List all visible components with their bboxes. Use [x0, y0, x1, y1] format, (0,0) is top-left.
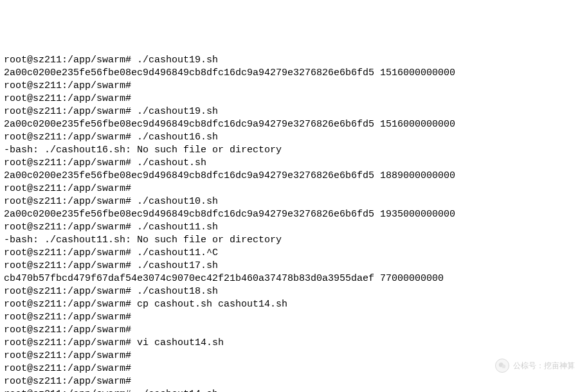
terminal-command-line: root@sz211:/app/swarm# ./cashout.sh [4, 157, 576, 170]
terminal-command-line: root@sz211:/app/swarm# ./cashout17.sh [4, 260, 576, 272]
terminal-command-line: root@sz211:/app/swarm# vi cashout14.sh [4, 337, 576, 350]
terminal-output-line: 2a00c0200e235fe56fbe08ec9d496849cb8dfc16… [4, 118, 576, 131]
terminal-command-line: root@sz211:/app/swarm# ./cashout11.^C [4, 247, 576, 260]
terminal-command-line: root@sz211:/app/swarm# [4, 311, 576, 324]
terminal-output-line: 2a00c0200e235fe56fbe08ec9d496849cb8dfc16… [4, 67, 576, 80]
terminal-output-line: -bash: ./cashout16.sh: No such file or d… [4, 144, 576, 157]
terminal-command-line: root@sz211:/app/swarm# ./cashout16.sh [4, 131, 576, 144]
terminal-command-line: root@sz211:/app/swarm# cp cashout.sh cas… [4, 298, 576, 311]
terminal-output-line: cb470b57fbcd479f67daf54e3074c9070ec42f21… [4, 272, 576, 285]
terminal-command-line: root@sz211:/app/swarm# ./cashout19.sh [4, 54, 576, 67]
terminal-output-line: 2a00c0200e235fe56fbe08ec9d496849cb8dfc16… [4, 208, 576, 221]
terminal-command-line: root@sz211:/app/swarm# ./cashout10.sh [4, 195, 576, 208]
terminal-command-line: root@sz211:/app/swarm# ./cashout19.sh [4, 105, 576, 118]
terminal-command-line: root@sz211:/app/swarm# [4, 350, 576, 362]
terminal-command-line: root@sz211:/app/swarm# [4, 183, 576, 195]
terminal-output-line: -bash: ./cashout11.sh: No such file or d… [4, 234, 576, 247]
terminal-command-line: root@sz211:/app/swarm# ./cashout14.sh [4, 388, 576, 392]
terminal-command-line: root@sz211:/app/swarm# [4, 93, 576, 105]
terminal-command-line: root@sz211:/app/swarm# ./cashout18.sh [4, 285, 576, 298]
terminal-output-line: 2a00c0200e235fe56fbe08ec9d496849cb8dfc16… [4, 170, 576, 183]
terminal-output[interactable]: root@sz211:/app/swarm# ./cashout19.sh2a0… [4, 54, 576, 392]
terminal-command-line: root@sz211:/app/swarm# ./cashout11.sh [4, 221, 576, 234]
terminal-command-line: root@sz211:/app/swarm# [4, 375, 576, 388]
terminal-command-line: root@sz211:/app/swarm# [4, 80, 576, 93]
terminal-command-line: root@sz211:/app/swarm# [4, 362, 576, 375]
terminal-command-line: root@sz211:/app/swarm# [4, 324, 576, 337]
